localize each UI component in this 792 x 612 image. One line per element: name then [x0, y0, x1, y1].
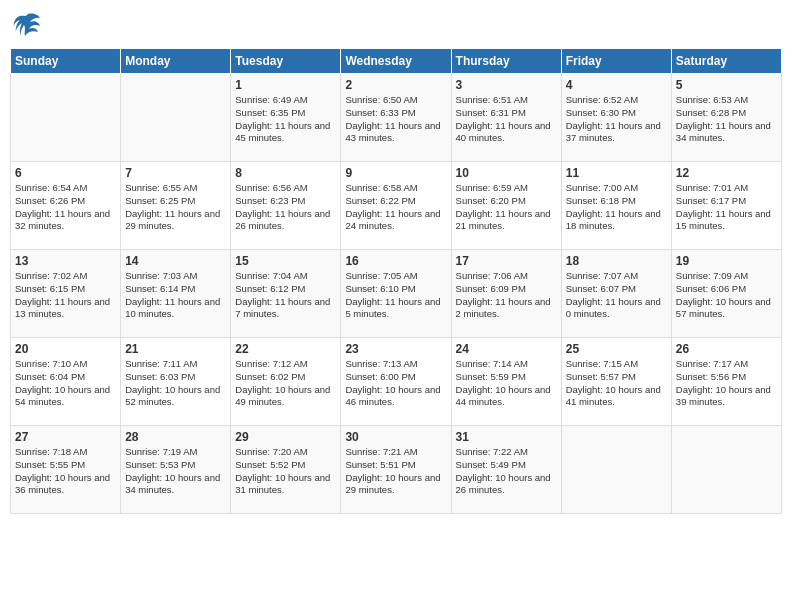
day-header-monday: Monday	[121, 49, 231, 74]
logo	[10, 10, 42, 40]
calendar-cell: 20Sunrise: 7:10 AM Sunset: 6:04 PM Dayli…	[11, 338, 121, 426]
day-info: Sunrise: 7:15 AM Sunset: 5:57 PM Dayligh…	[566, 358, 667, 409]
day-number: 2	[345, 78, 446, 92]
calendar-cell: 1Sunrise: 6:49 AM Sunset: 6:35 PM Daylig…	[231, 74, 341, 162]
day-info: Sunrise: 7:02 AM Sunset: 6:15 PM Dayligh…	[15, 270, 116, 321]
calendar-cell: 23Sunrise: 7:13 AM Sunset: 6:00 PM Dayli…	[341, 338, 451, 426]
calendar-cell: 5Sunrise: 6:53 AM Sunset: 6:28 PM Daylig…	[671, 74, 781, 162]
calendar-cell: 18Sunrise: 7:07 AM Sunset: 6:07 PM Dayli…	[561, 250, 671, 338]
calendar-cell: 14Sunrise: 7:03 AM Sunset: 6:14 PM Dayli…	[121, 250, 231, 338]
day-info: Sunrise: 7:20 AM Sunset: 5:52 PM Dayligh…	[235, 446, 336, 497]
day-info: Sunrise: 7:18 AM Sunset: 5:55 PM Dayligh…	[15, 446, 116, 497]
week-row-5: 27Sunrise: 7:18 AM Sunset: 5:55 PM Dayli…	[11, 426, 782, 514]
day-number: 1	[235, 78, 336, 92]
calendar-cell: 22Sunrise: 7:12 AM Sunset: 6:02 PM Dayli…	[231, 338, 341, 426]
day-number: 23	[345, 342, 446, 356]
calendar-cell: 21Sunrise: 7:11 AM Sunset: 6:03 PM Dayli…	[121, 338, 231, 426]
day-number: 24	[456, 342, 557, 356]
day-number: 4	[566, 78, 667, 92]
day-number: 31	[456, 430, 557, 444]
calendar-cell: 28Sunrise: 7:19 AM Sunset: 5:53 PM Dayli…	[121, 426, 231, 514]
day-number: 16	[345, 254, 446, 268]
day-number: 11	[566, 166, 667, 180]
day-info: Sunrise: 7:05 AM Sunset: 6:10 PM Dayligh…	[345, 270, 446, 321]
day-info: Sunrise: 6:49 AM Sunset: 6:35 PM Dayligh…	[235, 94, 336, 145]
day-info: Sunrise: 7:17 AM Sunset: 5:56 PM Dayligh…	[676, 358, 777, 409]
day-number: 22	[235, 342, 336, 356]
day-number: 12	[676, 166, 777, 180]
day-info: Sunrise: 6:54 AM Sunset: 6:26 PM Dayligh…	[15, 182, 116, 233]
calendar-header-row: SundayMondayTuesdayWednesdayThursdayFrid…	[11, 49, 782, 74]
day-info: Sunrise: 7:04 AM Sunset: 6:12 PM Dayligh…	[235, 270, 336, 321]
day-info: Sunrise: 6:59 AM Sunset: 6:20 PM Dayligh…	[456, 182, 557, 233]
day-info: Sunrise: 7:10 AM Sunset: 6:04 PM Dayligh…	[15, 358, 116, 409]
day-number: 21	[125, 342, 226, 356]
day-number: 6	[15, 166, 116, 180]
day-info: Sunrise: 7:03 AM Sunset: 6:14 PM Dayligh…	[125, 270, 226, 321]
day-info: Sunrise: 7:13 AM Sunset: 6:00 PM Dayligh…	[345, 358, 446, 409]
calendar-cell: 25Sunrise: 7:15 AM Sunset: 5:57 PM Dayli…	[561, 338, 671, 426]
day-info: Sunrise: 6:53 AM Sunset: 6:28 PM Dayligh…	[676, 94, 777, 145]
day-header-saturday: Saturday	[671, 49, 781, 74]
day-info: Sunrise: 6:56 AM Sunset: 6:23 PM Dayligh…	[235, 182, 336, 233]
day-info: Sunrise: 7:01 AM Sunset: 6:17 PM Dayligh…	[676, 182, 777, 233]
calendar-cell: 7Sunrise: 6:55 AM Sunset: 6:25 PM Daylig…	[121, 162, 231, 250]
day-info: Sunrise: 7:11 AM Sunset: 6:03 PM Dayligh…	[125, 358, 226, 409]
week-row-4: 20Sunrise: 7:10 AM Sunset: 6:04 PM Dayli…	[11, 338, 782, 426]
day-number: 26	[676, 342, 777, 356]
logo-bird-icon	[12, 10, 42, 40]
calendar-cell: 6Sunrise: 6:54 AM Sunset: 6:26 PM Daylig…	[11, 162, 121, 250]
day-header-wednesday: Wednesday	[341, 49, 451, 74]
day-info: Sunrise: 7:21 AM Sunset: 5:51 PM Dayligh…	[345, 446, 446, 497]
calendar-cell	[671, 426, 781, 514]
day-number: 20	[15, 342, 116, 356]
day-number: 28	[125, 430, 226, 444]
calendar-cell: 4Sunrise: 6:52 AM Sunset: 6:30 PM Daylig…	[561, 74, 671, 162]
calendar-cell: 10Sunrise: 6:59 AM Sunset: 6:20 PM Dayli…	[451, 162, 561, 250]
day-number: 18	[566, 254, 667, 268]
day-info: Sunrise: 7:09 AM Sunset: 6:06 PM Dayligh…	[676, 270, 777, 321]
calendar-cell	[121, 74, 231, 162]
calendar-cell: 27Sunrise: 7:18 AM Sunset: 5:55 PM Dayli…	[11, 426, 121, 514]
day-number: 27	[15, 430, 116, 444]
day-number: 9	[345, 166, 446, 180]
day-info: Sunrise: 7:00 AM Sunset: 6:18 PM Dayligh…	[566, 182, 667, 233]
week-row-3: 13Sunrise: 7:02 AM Sunset: 6:15 PM Dayli…	[11, 250, 782, 338]
calendar-cell: 16Sunrise: 7:05 AM Sunset: 6:10 PM Dayli…	[341, 250, 451, 338]
day-header-sunday: Sunday	[11, 49, 121, 74]
page-header	[10, 10, 782, 40]
day-header-thursday: Thursday	[451, 49, 561, 74]
day-info: Sunrise: 6:55 AM Sunset: 6:25 PM Dayligh…	[125, 182, 226, 233]
calendar-cell: 24Sunrise: 7:14 AM Sunset: 5:59 PM Dayli…	[451, 338, 561, 426]
calendar-cell: 15Sunrise: 7:04 AM Sunset: 6:12 PM Dayli…	[231, 250, 341, 338]
calendar-cell: 26Sunrise: 7:17 AM Sunset: 5:56 PM Dayli…	[671, 338, 781, 426]
day-info: Sunrise: 7:22 AM Sunset: 5:49 PM Dayligh…	[456, 446, 557, 497]
day-number: 8	[235, 166, 336, 180]
day-number: 29	[235, 430, 336, 444]
calendar-cell: 11Sunrise: 7:00 AM Sunset: 6:18 PM Dayli…	[561, 162, 671, 250]
day-number: 7	[125, 166, 226, 180]
day-number: 15	[235, 254, 336, 268]
calendar-cell: 17Sunrise: 7:06 AM Sunset: 6:09 PM Dayli…	[451, 250, 561, 338]
day-number: 5	[676, 78, 777, 92]
calendar-cell	[561, 426, 671, 514]
day-number: 3	[456, 78, 557, 92]
calendar-table: SundayMondayTuesdayWednesdayThursdayFrid…	[10, 48, 782, 514]
day-number: 30	[345, 430, 446, 444]
calendar-cell: 8Sunrise: 6:56 AM Sunset: 6:23 PM Daylig…	[231, 162, 341, 250]
week-row-1: 1Sunrise: 6:49 AM Sunset: 6:35 PM Daylig…	[11, 74, 782, 162]
calendar-cell: 30Sunrise: 7:21 AM Sunset: 5:51 PM Dayli…	[341, 426, 451, 514]
day-info: Sunrise: 7:06 AM Sunset: 6:09 PM Dayligh…	[456, 270, 557, 321]
day-number: 19	[676, 254, 777, 268]
calendar-cell: 19Sunrise: 7:09 AM Sunset: 6:06 PM Dayli…	[671, 250, 781, 338]
calendar-cell: 13Sunrise: 7:02 AM Sunset: 6:15 PM Dayli…	[11, 250, 121, 338]
calendar-cell: 12Sunrise: 7:01 AM Sunset: 6:17 PM Dayli…	[671, 162, 781, 250]
calendar-cell: 3Sunrise: 6:51 AM Sunset: 6:31 PM Daylig…	[451, 74, 561, 162]
day-number: 25	[566, 342, 667, 356]
week-row-2: 6Sunrise: 6:54 AM Sunset: 6:26 PM Daylig…	[11, 162, 782, 250]
day-info: Sunrise: 7:12 AM Sunset: 6:02 PM Dayligh…	[235, 358, 336, 409]
day-info: Sunrise: 6:51 AM Sunset: 6:31 PM Dayligh…	[456, 94, 557, 145]
day-info: Sunrise: 7:07 AM Sunset: 6:07 PM Dayligh…	[566, 270, 667, 321]
day-info: Sunrise: 6:52 AM Sunset: 6:30 PM Dayligh…	[566, 94, 667, 145]
day-info: Sunrise: 6:50 AM Sunset: 6:33 PM Dayligh…	[345, 94, 446, 145]
